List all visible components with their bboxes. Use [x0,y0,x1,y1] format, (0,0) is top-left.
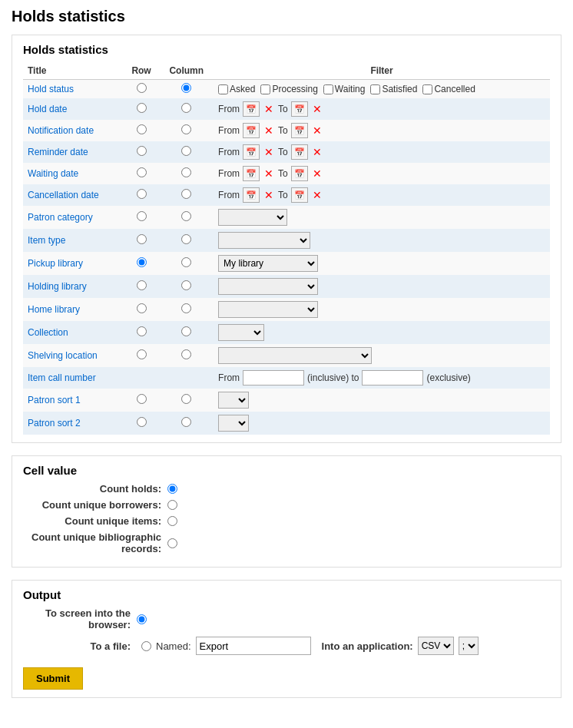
notifdate-from-clear[interactable]: ✕ [263,124,275,137]
into-app-label: Into an application: [322,640,413,652]
table-row: Holding library [23,275,550,298]
page-title: Holds statistics [12,8,561,25]
col-radio-itemtype[interactable] [181,234,191,244]
col-radio-patroncat[interactable] [181,211,191,221]
row-radio-itemtype[interactable] [137,234,147,244]
to-label: To [278,147,288,157]
row-radio-patronsort2[interactable] [137,417,147,427]
filter-asked[interactable]: Asked [218,84,255,94]
filter-reminddate: From 📅 ✕ To 📅 ✕ [214,141,550,163]
row-radio-reminddate[interactable] [137,146,147,156]
count-holds-radio[interactable] [167,484,177,494]
sep-select[interactable]: ; , | [459,637,479,655]
waitingdate-to-clear[interactable]: ✕ [311,167,323,180]
checkbox-waiting[interactable] [323,84,333,94]
waitingdate-to-cal[interactable]: 📅 [291,166,308,181]
canceldate-to-clear[interactable]: ✕ [311,189,323,201]
count-biblio-radio[interactable] [167,538,177,548]
col-filter: Filter [214,62,550,80]
table-row: Cancellation date From 📅 ✕ To 📅 ✕ [23,184,550,206]
reminddate-from-cal[interactable]: 📅 [243,144,260,160]
holddate-from-clear[interactable]: ✕ [263,103,275,115]
col-radio-patronsort2[interactable] [181,417,191,427]
output-screen-row: To screen into the browser: [23,607,550,630]
checkbox-processing[interactable] [260,84,270,94]
patronsort1-select[interactable] [218,392,249,409]
row-radio-canceldate[interactable] [137,189,147,199]
count-biblio-label: Count unique bibliographic records: [23,531,161,554]
col-radio-holddate[interactable] [181,103,191,113]
csv-select[interactable]: CSV TAB XLS [418,637,454,655]
filter-patroncat [214,206,550,229]
output-file-radio[interactable] [141,641,151,651]
from-label: From [218,104,240,114]
count-borrowers-radio[interactable] [167,500,177,510]
col-radio-reminddate[interactable] [181,146,191,156]
row-radio-holdstatus-input[interactable] [137,83,147,93]
cell-value-title: Cell value [23,464,550,477]
col-radio-holdstatus[interactable] [159,80,214,99]
filter-waiting[interactable]: Waiting [323,84,366,94]
count-items-radio[interactable] [167,516,177,526]
pickuplib-select[interactable]: My library [218,255,318,272]
col-radio-notifdate[interactable] [181,124,191,134]
canceldate-from-cal[interactable]: 📅 [243,187,260,203]
holddate-to-cal[interactable]: 📅 [291,101,308,117]
col-radio-patronsort1[interactable] [181,394,191,404]
col-radio-canceldate[interactable] [181,189,191,199]
col-radio-shelving[interactable] [181,349,191,359]
filter-processing[interactable]: Processing [260,84,317,94]
row-radio-patroncat[interactable] [137,211,147,221]
col-radio-pickuplib[interactable] [181,257,191,267]
row-radio-patronsort1[interactable] [137,394,147,404]
row-radio-holddate[interactable] [137,103,147,113]
col-radio-holdinglib[interactable] [181,280,191,290]
row-radio-waitingdate[interactable] [137,167,147,177]
row-radio-collection[interactable] [137,326,147,336]
named-input[interactable] [196,637,311,655]
waitingdate-from-clear[interactable]: ✕ [263,167,275,180]
filter-satisfied[interactable]: Satisfied [370,84,417,94]
col-radio-holdstatus-input[interactable] [181,83,191,93]
submit-button[interactable]: Submit [23,667,83,690]
count-borrowers-label: Count unique borrowers: [23,499,161,511]
filter-cancelled[interactable]: Cancelled [422,84,475,94]
row-radio-holdinglib[interactable] [137,280,147,290]
row-title-reminddate: Reminder date [23,141,124,163]
checkbox-cancelled[interactable] [422,84,432,94]
waitingdate-from-cal[interactable]: 📅 [243,166,260,181]
output-screen-radio[interactable] [137,614,147,624]
notifdate-to-cal[interactable]: 📅 [291,123,308,138]
patroncat-select[interactable] [218,209,287,226]
output-file-row: To a file: Named: Into an application: C… [23,637,550,655]
table-row: Home library [23,298,550,321]
to-label: To [278,104,288,114]
notifdate-to-clear[interactable]: ✕ [311,124,323,137]
patronsort2-select[interactable] [218,415,249,432]
callnum-to-input[interactable] [362,370,423,386]
notifdate-from-cal[interactable]: 📅 [243,123,260,138]
row-radio-pickuplib[interactable] [137,257,147,267]
canceldate-from-clear[interactable]: ✕ [263,189,275,201]
canceldate-to-cal[interactable]: 📅 [291,187,308,203]
row-radio-holdstatus[interactable] [124,80,160,99]
col-radio-waitingdate[interactable] [181,167,191,177]
callnum-from-input[interactable] [243,370,304,386]
reminddate-from-clear[interactable]: ✕ [263,146,275,158]
row-radio-notifdate[interactable] [137,124,147,134]
shelving-select[interactable] [218,347,372,364]
reminddate-to-cal[interactable]: 📅 [291,144,308,160]
checkbox-asked[interactable] [218,84,228,94]
col-radio-collection[interactable] [181,326,191,336]
row-radio-shelving[interactable] [137,349,147,359]
col-radio-homelib[interactable] [181,303,191,313]
collection-select[interactable] [218,324,264,341]
itemtype-select[interactable] [218,232,310,249]
holddate-to-clear[interactable]: ✕ [311,103,323,115]
checkbox-satisfied[interactable] [370,84,380,94]
homelib-select[interactable] [218,301,318,318]
row-radio-homelib[interactable] [137,303,147,313]
reminddate-to-clear[interactable]: ✕ [311,146,323,158]
holdinglib-select[interactable] [218,278,318,295]
holddate-from-cal[interactable]: 📅 [243,101,260,117]
